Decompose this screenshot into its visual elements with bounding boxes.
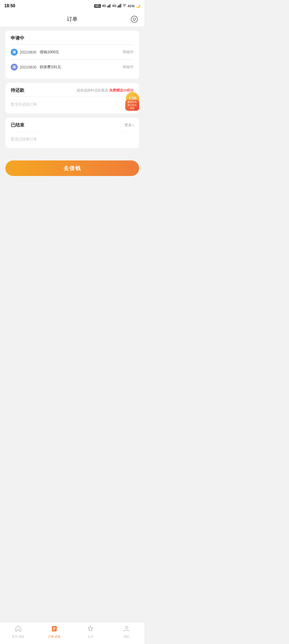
status-time: 18:50 bbox=[4, 3, 15, 8]
pending-empty: 暂无待还款订单 bbox=[11, 97, 134, 109]
signal-4g2: 4G bbox=[112, 4, 116, 8]
status-icons: HD₂ 4G 4G 41% 🌙 bbox=[94, 4, 140, 8]
invite-inner: 138 邀请好友得138元现金 bbox=[120, 92, 139, 111]
order-2-status: 审核中 bbox=[123, 65, 134, 70]
order-2-date: 20210630 bbox=[20, 65, 36, 69]
order-1-left: 借 20210630 借钱1000元 bbox=[11, 49, 59, 56]
main-content: 申请中 借 20210630 借钱1000元 审核中 保 20210630 担保… bbox=[0, 26, 144, 152]
signal-4g1: 4G bbox=[102, 4, 106, 8]
order-1-desc: 借钱1000元 bbox=[40, 50, 59, 55]
moon-icon: 🌙 bbox=[136, 4, 140, 8]
more-chevron-icon bbox=[132, 123, 134, 128]
ended-title-row: 已结束 更多 bbox=[11, 122, 134, 128]
hd-icon: HD₂ bbox=[94, 4, 101, 8]
order-row-1[interactable]: 借 20210630 借钱1000元 审核中 bbox=[11, 45, 134, 59]
invite-label: 邀请好友得138元现金 bbox=[125, 100, 139, 111]
svg-point-8 bbox=[131, 16, 138, 22]
page-title: 订单 bbox=[67, 16, 78, 23]
status-bar: 18:50 HD₂ 4G 4G 41% 🌙 bbox=[0, 0, 144, 12]
svg-rect-4 bbox=[117, 6, 118, 7]
order-2-left: 保 20210630 担保费191元 bbox=[11, 64, 61, 71]
applying-title-row: 申请中 bbox=[11, 35, 134, 41]
pending-card: 待还款 提前或按时还款最高 免费赠送10积分 暂无待还款订单 138 邀请好友得… bbox=[5, 83, 139, 113]
page-filler bbox=[0, 181, 144, 262]
message-button[interactable] bbox=[130, 14, 139, 24]
battery-text: 41% bbox=[128, 4, 135, 8]
wifi-icon bbox=[122, 4, 127, 8]
badge-bao: 保 bbox=[11, 64, 18, 71]
ended-title: 已结束 bbox=[11, 122, 24, 128]
signal-bars1 bbox=[107, 4, 111, 8]
svg-rect-5 bbox=[119, 5, 119, 7]
pending-title: 待还款 bbox=[11, 87, 24, 93]
svg-rect-6 bbox=[120, 4, 120, 7]
svg-rect-1 bbox=[108, 5, 109, 7]
svg-rect-2 bbox=[109, 4, 110, 7]
ended-card: 已结束 更多 暂无已结束订单 bbox=[5, 118, 139, 148]
ended-more-btn[interactable]: 更多 bbox=[124, 123, 134, 128]
applying-title: 申请中 bbox=[11, 35, 24, 41]
signal-bars2 bbox=[117, 4, 121, 8]
svg-rect-7 bbox=[121, 4, 121, 7]
invite-float-badge[interactable]: 138 邀请好友得138元现金 bbox=[120, 92, 139, 111]
order-1-status: 审核中 bbox=[123, 50, 134, 55]
order-row-2[interactable]: 保 20210630 担保费191元 审核中 bbox=[11, 60, 134, 74]
message-icon bbox=[131, 16, 138, 23]
order-2-desc: 担保费191元 bbox=[40, 65, 61, 70]
header: 订单 bbox=[0, 12, 144, 26]
order-1-date: 20210630 bbox=[20, 50, 36, 54]
borrow-button[interactable]: 去借钱 bbox=[5, 160, 139, 176]
applying-card: 申请中 借 20210630 借钱1000元 审核中 保 20210630 担保… bbox=[5, 31, 139, 79]
ended-empty: 暂无已结束订单 bbox=[11, 132, 134, 144]
badge-jie: 借 bbox=[11, 49, 18, 56]
pending-title-row: 待还款 提前或按时还款最高 免费赠送10积分 bbox=[11, 87, 134, 93]
promo-gray: 提前或按时还款最高 bbox=[77, 88, 108, 93]
svg-rect-0 bbox=[107, 6, 108, 7]
cta-area: 去借钱 bbox=[0, 152, 144, 181]
svg-rect-3 bbox=[111, 4, 111, 7]
